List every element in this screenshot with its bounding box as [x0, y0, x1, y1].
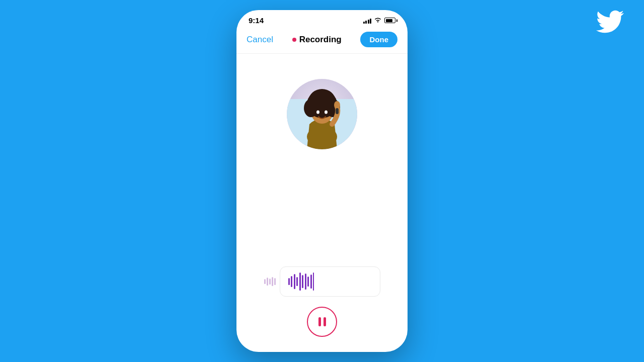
- pause-icon: [318, 317, 326, 326]
- avatar-area: [287, 79, 357, 149]
- wifi-icon: [374, 17, 382, 24]
- svg-point-9: [316, 111, 319, 114]
- waveform-cursor: [313, 273, 314, 291]
- recording-indicator: Recording: [292, 35, 342, 45]
- avatar: [287, 79, 357, 149]
- twitter-logo: [596, 10, 624, 37]
- signal-icon: [363, 18, 372, 24]
- waveform-box: [280, 266, 380, 297]
- svg-rect-12: [336, 108, 339, 114]
- status-icons: [363, 17, 396, 24]
- status-bar: 9:14: [236, 10, 408, 28]
- battery-icon: [384, 18, 395, 23]
- main-content: [236, 54, 408, 352]
- svg-point-8: [309, 89, 335, 111]
- waveform-area: [236, 266, 408, 297]
- pause-button[interactable]: [307, 307, 337, 337]
- phone-frame: 9:14 Cancel: [236, 10, 408, 352]
- status-time: 9:14: [249, 16, 264, 25]
- svg-point-11: [334, 101, 340, 109]
- nav-bar: Cancel Recording Done: [236, 28, 408, 54]
- cancel-button[interactable]: Cancel: [247, 35, 273, 45]
- done-button[interactable]: Done: [360, 32, 397, 47]
- recording-label: Recording: [299, 35, 342, 45]
- pause-button-container: [307, 307, 337, 337]
- avatar-image: [287, 79, 357, 149]
- waveform-outside: [264, 277, 276, 286]
- svg-point-10: [325, 111, 328, 114]
- recording-dot: [292, 38, 296, 42]
